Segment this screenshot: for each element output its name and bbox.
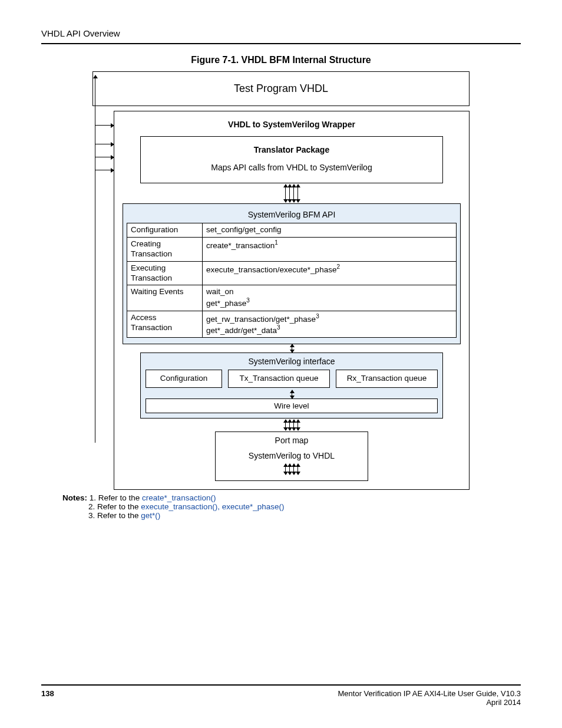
table-row: Configuration set_config/get_config <box>127 223 457 238</box>
bidir-arrow-icon <box>146 390 438 398</box>
footer-date: April 2014 <box>338 698 521 707</box>
cell-value: execute_transaction/execute*_phase2 <box>203 261 457 285</box>
cell-value: set_config/get_config <box>203 223 457 238</box>
table-row: Access Transaction get_rw_transaction/ge… <box>127 311 457 338</box>
note-link[interactable]: execute_transaction(), execute*_phase() <box>141 502 284 511</box>
sv-interface-title: SystemVerilog interface <box>146 357 438 366</box>
notes: Notes: 1. Refer to the create*_transacti… <box>41 493 521 520</box>
bfm-api-box: SystemVerilog BFM API Configuration set_… <box>123 203 461 344</box>
cell-value: get_rw_transaction/get*_phase3get*_addr/… <box>203 311 457 338</box>
notes-label: Notes: <box>62 493 87 502</box>
bidir-arrows-icon <box>123 420 461 430</box>
note-link[interactable]: create*_transaction() <box>142 493 216 502</box>
tx-queue-cell: Tx_Transaction queue <box>228 370 330 387</box>
translator-subtitle: Maps API calls from VHDL to SystemVerilo… <box>147 163 437 172</box>
cell-label: Executing Transaction <box>127 261 203 285</box>
cell-label: Configuration <box>127 223 203 238</box>
wrapper-box: VHDL to SystemVerilog Wrapper Translator… <box>114 111 470 490</box>
sv-config-cell: Configuration <box>146 370 222 387</box>
translator-title: Translator Package <box>147 145 437 154</box>
note-text: 3. Refer to the <box>88 511 141 520</box>
cell-label: Access Transaction <box>127 311 203 338</box>
bfm-api-title: SystemVerilog BFM API <box>127 207 457 223</box>
test-program-box: Test Program VHDL <box>92 71 470 106</box>
port-map-subtitle: SystemVerilog to VHDL <box>220 451 363 460</box>
table-row: Waiting Events wait_onget*_phase3 <box>127 285 457 311</box>
note-text: 2. Refer to the <box>88 502 141 511</box>
cell-value: wait_onget*_phase3 <box>203 285 457 311</box>
note-text: 1. Refer to the <box>90 493 142 502</box>
sv-interface-box: SystemVerilog interface Configuration Tx… <box>140 353 443 418</box>
table-row: Executing Transaction execute_transactio… <box>127 261 457 285</box>
port-map-title: Port map <box>220 436 363 445</box>
note-link[interactable]: get*() <box>141 511 160 520</box>
cell-value: create*_transaction1 <box>203 237 457 261</box>
bfm-api-table: Configuration set_config/get_config Crea… <box>127 223 457 338</box>
left-connector-arrows <box>92 111 114 490</box>
wire-level-cell: Wire level <box>146 398 438 413</box>
wrapper-title: VHDL to SystemVerilog Wrapper <box>123 120 461 129</box>
table-row: Creating Transaction create*_transaction… <box>127 237 457 261</box>
footer-guide: Mentor Verification IP AE AXI4-Lite User… <box>338 689 521 698</box>
page-number: 138 <box>41 689 54 707</box>
section-header: VHDL API Overview <box>41 28 521 44</box>
cell-label: Creating Transaction <box>127 237 203 261</box>
cell-label: Waiting Events <box>127 285 203 311</box>
figure-title: Figure 7-1. VHDL BFM Internal Structure <box>41 55 521 65</box>
translator-box: Translator Package Maps API calls from V… <box>140 136 443 183</box>
bidir-arrows-icon <box>220 464 363 475</box>
diagram: Test Program VHDL VHDL to SystemVerilog … <box>92 71 470 490</box>
port-map-box: Port map SystemVerilog to VHDL <box>215 431 368 481</box>
rx-queue-cell: Rx_Transaction queue <box>336 370 438 387</box>
page-footer: 138 Mentor Verification IP AE AXI4-Lite … <box>41 684 521 707</box>
bidir-arrows-icon <box>123 185 461 202</box>
bidir-arrow-icon <box>123 344 461 353</box>
